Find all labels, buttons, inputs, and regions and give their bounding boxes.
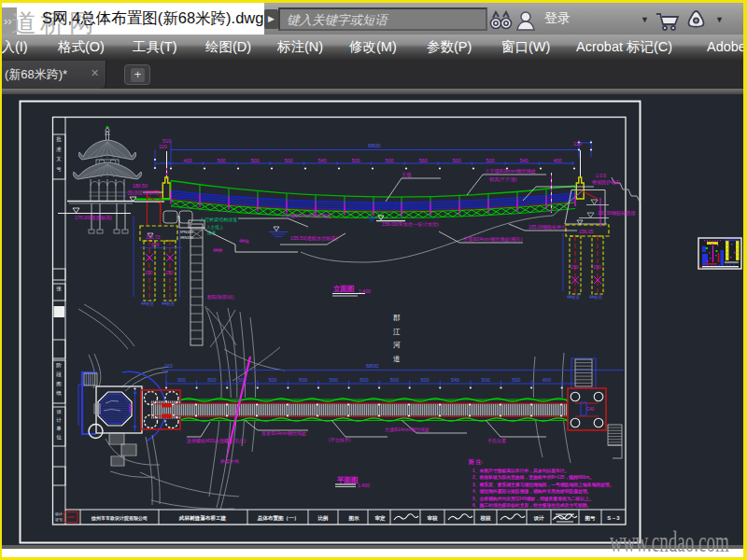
svg-text:段: 段	[56, 371, 62, 377]
svg-text:校核: 校核	[479, 515, 491, 522]
svg-text:110: 110	[164, 363, 173, 369]
svg-text:IRN180: IRN180	[180, 235, 194, 240]
svg-text:郡: 郡	[393, 314, 401, 322]
svg-text:500: 500	[482, 377, 490, 383]
svg-text:主缆: 主缆	[402, 172, 412, 178]
svg-text:平面图: 平面图	[336, 476, 359, 484]
svg-text:图号: 图号	[585, 515, 596, 522]
svg-text:阶: 阶	[56, 362, 62, 368]
svg-text:500: 500	[284, 158, 292, 163]
svg-text:1:400: 1:400	[358, 483, 370, 488]
svg-text:锁具(干斤顶): 锁具(干斤顶)	[489, 176, 517, 182]
svg-text:审定: 审定	[374, 515, 386, 522]
svg-text:武林树缝瀑布桥工建: 武林树缝瀑布桥工建	[178, 514, 227, 522]
svg-text:500: 500	[512, 377, 520, 383]
svg-text:主缆Φ14mm钢丝绳处: 主缆Φ14mm钢丝绳处	[385, 427, 430, 433]
svg-text:110: 110	[159, 144, 167, 149]
svg-text:4#桩基: 4#桩基	[162, 301, 176, 306]
svg-text:400: 400	[543, 377, 551, 383]
svg-text:4#桩基: 4#桩基	[567, 295, 581, 300]
svg-text:1:0.5: 1:0.5	[596, 173, 606, 178]
svg-text:500: 500	[299, 377, 307, 383]
svg-text:4#桩基: 4#桩基	[141, 301, 155, 306]
svg-text:2、桥面纵坡为双向竖曲线，竖曲线半径R=125，缆跨680m: 2、桥面纵坡为双向竖曲线，竖曲线半径R=125，缆跨680m。	[472, 474, 594, 481]
svg-text:人行桥梁结构绿道: 人行桥梁结构绿道	[200, 217, 237, 223]
svg-text:540: 540	[519, 158, 528, 163]
svg-text:1、本图尺寸除标高以米计外，其余均以厘米计。: 1、本图尺寸除标高以米计外，其余均以厘米计。	[472, 468, 569, 474]
svg-text:号: 号	[56, 166, 62, 172]
svg-text:3、横系梁、腹系钢支撑与钢丝绳锚固，—号钢筋锚固上锚具锚固处: 3、横系梁、腹系钢支撑与钢丝绳锚固，—号钢筋锚固上锚具锚固处理。	[472, 482, 613, 488]
svg-text:图示: 图示	[348, 515, 359, 522]
svg-text:锥坡防护砌石: 锥坡防护砌石	[592, 179, 620, 186]
svg-text:640: 640	[151, 242, 160, 247]
svg-text:审核: 审核	[427, 515, 438, 522]
svg-text:500: 500	[330, 377, 338, 383]
svg-text:证号: 证号	[55, 517, 63, 522]
svg-text:6、施工时须先搭设临时支架，待主缆张拉完成后方可拆除。: 6、施工时须先搭设临时支架，待主缆张拉完成后方可拆除。	[472, 502, 591, 509]
svg-text:150: 150	[145, 270, 153, 275]
svg-text:6800: 6800	[368, 143, 381, 148]
svg-text:(平台扶手): (平台扶手)	[329, 437, 351, 442]
svg-text:位: 位	[56, 434, 62, 440]
svg-text:设: 设	[56, 409, 62, 414]
svg-text:500: 500	[390, 377, 399, 383]
svg-text:文: 文	[56, 156, 62, 161]
svg-text:6800: 6800	[366, 363, 379, 369]
svg-text:500: 500	[452, 158, 460, 163]
svg-text:400: 400	[553, 158, 561, 163]
svg-text:准: 准	[56, 147, 62, 152]
svg-text:500: 500	[359, 377, 368, 383]
svg-text:150: 150	[571, 264, 579, 270]
svg-text:设计: 设计	[55, 511, 63, 516]
svg-text:河: 河	[393, 341, 401, 349]
svg-text:4、钢丝绳外露部分涂防锈漆，钢构件采用热镀锌防腐处理。: 4、钢丝绳外露部分涂防锈漆，钢构件采用热镀锌防腐处理。	[472, 488, 591, 495]
svg-text:500: 500	[486, 158, 494, 163]
svg-text:500: 500	[207, 377, 216, 383]
svg-text:总体布置图（一）: 总体布置图（一）	[257, 514, 300, 522]
svg-text:C40: C40	[586, 407, 595, 412]
svg-text:500: 500	[217, 158, 225, 163]
svg-text:附 注:: 附 注:	[469, 458, 483, 466]
svg-text:300: 300	[177, 377, 186, 383]
svg-text:155.50(通航水位标高): 155.50(通航水位标高)	[290, 235, 338, 242]
svg-text:图: 图	[56, 381, 62, 387]
svg-text:纸: 纸	[56, 390, 62, 396]
svg-text:手孔位置: 手孔位置	[487, 438, 506, 444]
svg-text:张: 张	[56, 286, 62, 292]
svg-text:道: 道	[393, 355, 401, 363]
svg-text:4#桥: 4#桥	[213, 247, 223, 253]
svg-text:比例: 比例	[317, 515, 328, 522]
svg-text:150: 150	[593, 264, 601, 270]
svg-text:上主缆Φ28mm钢丝绳处: 上主缆Φ28mm钢丝绳处	[485, 168, 536, 175]
svg-text:江: 江	[393, 328, 401, 336]
svg-text:4#桩基: 4#桩基	[589, 295, 603, 300]
svg-text:座浆Φ14mm钢丝绳处: 座浆Φ14mm钢丝绳处	[261, 430, 306, 437]
svg-text:155.00钢筋砼桥台: 155.00钢筋砼桥台	[529, 224, 566, 231]
svg-text:110: 110	[573, 141, 582, 147]
svg-text:156.73: 156.73	[146, 234, 161, 240]
svg-text:500: 500	[385, 158, 393, 163]
svg-text:单: 单	[56, 426, 62, 431]
svg-text:500: 500	[269, 377, 277, 383]
svg-text:上主缆Φ24mm钢丝绳处: 上主缆Φ24mm钢丝绳处	[280, 213, 331, 219]
svg-text:徐州市市政设计院有限公司: 徐州市市政设计院有限公司	[91, 515, 148, 522]
svg-text:500: 500	[351, 158, 359, 163]
svg-text:500: 500	[250, 158, 259, 163]
svg-text:设计: 设计	[533, 515, 544, 521]
svg-text:500: 500	[420, 377, 429, 383]
svg-text:400: 400	[183, 158, 191, 163]
svg-text:540: 540	[451, 377, 459, 383]
svg-text:桥梁中线: 桥梁中线	[219, 458, 239, 464]
svg-text:175.00(路面标高): 175.00(路面标高)	[75, 215, 112, 221]
svg-text:156.00(常水位—设计水位): 156.00(常水位—设计水位)	[382, 221, 439, 227]
svg-text:4#锚: 4#锚	[239, 238, 249, 244]
svg-text:840: 840	[128, 403, 134, 412]
svg-text:批: 批	[56, 136, 62, 143]
svg-text:156.05: 156.05	[579, 229, 594, 234]
svg-text:连接螺栓M20高强螺栓(孔位): 连接螺栓M20高强螺栓(孔位)	[187, 438, 246, 444]
svg-text:560: 560	[418, 158, 427, 163]
svg-text:计: 计	[56, 417, 62, 423]
svg-text:S－3: S－3	[607, 515, 620, 521]
svg-text:郡阳湖(阶段): 郡阳湖(阶段)	[207, 294, 234, 301]
svg-text:主缆Φ24mm钢丝绳处(横向): 主缆Φ24mm钢丝绳处(横向)	[463, 236, 523, 243]
